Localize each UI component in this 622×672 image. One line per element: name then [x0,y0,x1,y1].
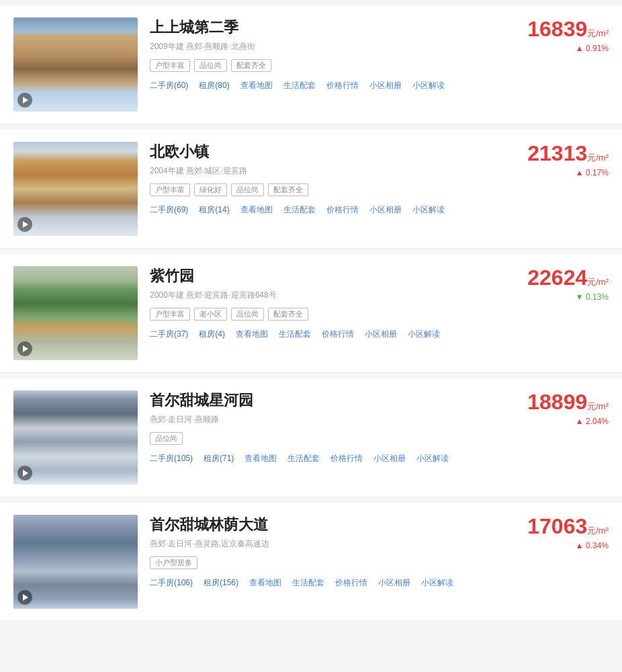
tag: 老小区 [194,308,227,321]
listing-name[interactable]: 上上城第二季 [150,17,502,38]
listing-link[interactable]: 二手房(69) [150,204,188,216]
listing-link[interactable]: 二手房(37) [150,329,188,340]
listing-card: 首尔甜城林荫大道燕郊·走日河·燕灵路,近京秦高速边小户型居多二手房(106)租房… [0,503,622,622]
listing-info: 上上城第二季2009年建 燕郊·燕顺路·北燕街户型丰富品位尚配套齐全二手房(60… [138,17,515,91]
listing-meta: 2009年建 燕郊·燕顺路·北燕街 [150,41,502,52]
price-value: 16839元/m² [515,17,609,41]
listing-links: 二手房(60)租房(80)查看地图生活配套价格行情小区相册小区解读 [150,80,502,91]
listing-info: 首尔甜城林荫大道燕郊·走日河·燕灵路,近京秦高速边小户型居多二手房(106)租房… [138,515,515,589]
price-change: ▲ 0.34% [515,541,609,550]
tag: 品位尚 [231,183,264,196]
listing-name[interactable]: 紫竹园 [150,266,502,286]
listing-card: 北欧小镇2004年建 燕郊·城区·迎宾路户型丰富绿化好品位尚配套齐全二手房(69… [0,130,622,249]
play-icon[interactable] [17,341,32,356]
price-change: ▲ 0.91% [515,44,609,53]
price-unit: 元/m² [587,28,609,38]
price-value: 17063元/m² [515,515,609,538]
listing-link[interactable]: 生活配套 [287,453,320,464]
listing-link[interactable]: 租房(156) [204,577,238,589]
listing-link[interactable]: 查看地图 [236,329,268,340]
listing-link[interactable]: 查看地图 [240,80,273,91]
price-change: ▼ 0.13% [515,292,609,302]
listing-link[interactable]: 小区解读 [412,204,445,216]
listing-link[interactable]: 生活配套 [283,204,316,216]
listing-price: 16839元/m²▲ 0.91% [515,17,609,53]
listing-link[interactable]: 小区相册 [369,204,402,216]
listing-link[interactable]: 二手房(60) [150,80,188,91]
tag: 品位尚 [231,308,264,321]
listing-card: 紫竹园2000年建 燕郊·迎宾路·迎宾路648号户型丰富老小区品位尚配套齐全二手… [0,254,622,373]
price-change: ▲ 2.04% [515,417,609,426]
play-icon[interactable] [17,217,32,232]
listing-name[interactable]: 首尔甜城星河园 [150,390,502,411]
listing-meta: 2004年建 燕郊·城区·迎宾路 [150,165,502,177]
listing-meta: 2000年建 燕郊·迎宾路·迎宾路648号 [150,290,502,301]
tag: 户型丰富 [150,59,190,72]
tag: 户型丰富 [150,308,190,321]
listing-link[interactable]: 小区解读 [421,577,453,589]
listing-link[interactable]: 租房(14) [199,204,229,216]
listing-links: 二手房(69)租房(14)查看地图生活配套价格行情小区相册小区解读 [150,204,502,216]
listing-link[interactable]: 小区解读 [408,329,440,340]
price-unit: 元/m² [587,401,609,411]
listing-card: 上上城第二季2009年建 燕郊·燕顺路·北燕街户型丰富品位尚配套齐全二手房(60… [0,5,622,124]
tag: 小户型居多 [150,556,197,569]
listing-info: 北欧小镇2004年建 燕郊·城区·迎宾路户型丰富绿化好品位尚配套齐全二手房(69… [138,142,515,216]
price-value: 21313元/m² [515,142,609,165]
listing-price: 22624元/m²▼ 0.13% [515,266,609,302]
price-change: ▲ 0.17% [515,168,609,177]
tag: 配套齐全 [231,59,271,72]
listing-link[interactable]: 小区相册 [369,80,402,91]
tag: 户型丰富 [150,183,190,196]
play-icon[interactable] [17,590,32,605]
play-icon[interactable] [17,93,32,108]
listing-link[interactable]: 生活配套 [279,329,311,340]
listing-link[interactable]: 价格行情 [335,577,367,589]
listing-link[interactable]: 二手房(105) [150,453,193,464]
listing-tags: 户型丰富绿化好品位尚配套齐全 [150,183,502,196]
listing-link[interactable]: 查看地图 [249,577,281,589]
tag: 绿化好 [194,183,227,196]
listing-link[interactable]: 生活配套 [283,80,316,91]
listing-image[interactable] [13,17,138,112]
listing-link[interactable]: 查看地图 [245,453,277,464]
price-unit: 元/m² [587,277,609,287]
listing-link[interactable]: 小区相册 [378,577,410,589]
listing-image[interactable] [13,266,138,360]
listing-link[interactable]: 租房(71) [204,453,234,464]
listing-link[interactable]: 租房(4) [199,329,225,340]
tag: 品位尚 [150,432,183,445]
listing-link[interactable]: 二手房(106) [150,577,193,589]
listing-link[interactable]: 小区相册 [373,453,406,464]
listing-meta: 燕郊·走日河·燕灵路,近京秦高速边 [150,538,502,550]
listing-links: 二手房(106)租房(156)查看地图生活配套价格行情小区相册小区解读 [150,577,502,589]
price-value: 22624元/m² [515,266,609,290]
tag: 配套齐全 [268,183,308,196]
listing-tags: 户型丰富老小区品位尚配套齐全 [150,308,502,321]
listing-link[interactable]: 查看地图 [240,204,273,216]
price-unit: 元/m² [587,526,609,536]
listing-link[interactable]: 生活配套 [292,577,324,589]
listing-tags: 户型丰富品位尚配套齐全 [150,59,502,72]
listing-image[interactable] [13,515,138,609]
listing-links: 二手房(37)租房(4)查看地图生活配套价格行情小区相册小区解读 [150,329,502,340]
listing-tags: 品位尚 [150,432,502,445]
price-unit: 元/m² [587,153,609,163]
listing-link[interactable]: 小区解读 [416,453,449,464]
listing-name[interactable]: 北欧小镇 [150,142,502,162]
listing-link[interactable]: 租房(80) [199,80,229,91]
listing-links: 二手房(105)租房(71)查看地图生活配套价格行情小区相册小区解读 [150,453,502,464]
listing-link[interactable]: 价格行情 [330,453,363,464]
listing-image[interactable] [13,142,138,236]
listing-link[interactable]: 价格行情 [326,80,359,91]
listing-link[interactable]: 价格行情 [326,204,359,216]
listing-price: 17063元/m²▲ 0.34% [515,515,609,550]
listing-info: 首尔甜城星河园燕郊·走日河·燕顺路品位尚二手房(105)租房(71)查看地图生活… [138,390,515,464]
listing-image[interactable] [13,390,138,485]
play-icon[interactable] [17,466,32,480]
listing-link[interactable]: 小区解读 [412,80,445,91]
listing-name[interactable]: 首尔甜城林荫大道 [150,515,502,535]
listing-link[interactable]: 小区相册 [365,329,397,340]
listing-info: 紫竹园2000年建 燕郊·迎宾路·迎宾路648号户型丰富老小区品位尚配套齐全二手… [138,266,515,340]
listing-link[interactable]: 价格行情 [322,329,354,340]
